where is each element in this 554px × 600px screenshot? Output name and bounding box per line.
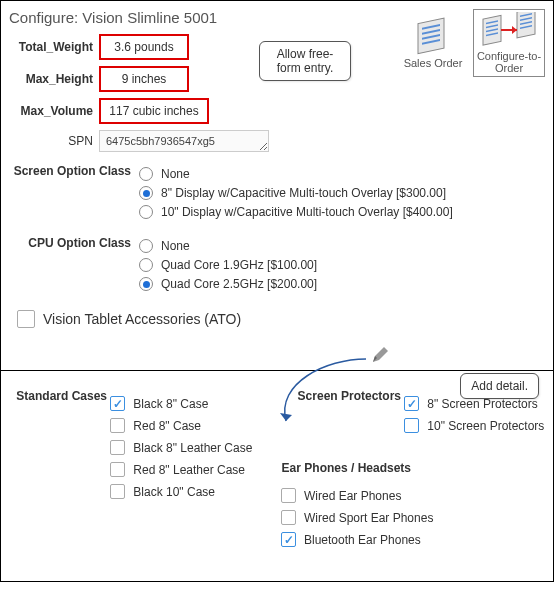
ear-phones-item-label: Bluetooth Ear Phones	[304, 533, 421, 547]
max-height-label: Max_Height	[9, 72, 99, 86]
total-weight-label: Total_Weight	[9, 40, 99, 54]
max-volume-input[interactable]: 117 cubic inches	[99, 98, 209, 124]
screen-protectors-item-label: 10" Screen Protectors	[427, 419, 544, 433]
cpu-option-option-label: None	[161, 239, 190, 253]
standard-cases-checkbox-4[interactable]	[110, 484, 125, 499]
ear-phones-item-label: Wired Ear Phones	[304, 489, 401, 503]
standard-cases-item-label: Black 8" Leather Case	[133, 441, 252, 455]
max-volume-label: Max_Volume	[9, 104, 99, 118]
standard-cases-item-label: Red 8" Leather Case	[133, 463, 245, 477]
cpu-option-option-label: Quad Core 2.5GHz [$200.00]	[161, 277, 317, 291]
screen-option-radio-1[interactable]	[139, 186, 153, 200]
ear-phones-checkbox-1[interactable]	[281, 510, 296, 525]
standard-cases-checkbox-1[interactable]	[110, 418, 125, 433]
ear-phones-label: Ear Phones / Headsets	[281, 461, 411, 475]
screen-protectors-checkbox-0[interactable]	[404, 396, 419, 411]
screen-protectors-label: Screen Protectors	[281, 389, 401, 403]
ear-phones-item-label: Wired Sport Ear Phones	[304, 511, 433, 525]
standard-cases-checkbox-2[interactable]	[110, 440, 125, 455]
screen-option-radio-2[interactable]	[139, 205, 153, 219]
standard-cases-item-label: Black 10" Case	[133, 485, 215, 499]
spn-input[interactable]: 6475c5bh7936547xg5	[99, 130, 269, 152]
svg-rect-10	[517, 12, 535, 38]
ear-phones-checkbox-2[interactable]	[281, 532, 296, 547]
screen-protectors-checkbox-1[interactable]	[404, 418, 419, 433]
configure-to-order-icon[interactable]: Configure-to-Order	[473, 9, 545, 77]
ato-label: Vision Tablet Accessories (ATO)	[43, 311, 241, 327]
screen-option-option-label: 10" Display w/Capacitive Multi-touch Ove…	[161, 205, 453, 219]
cpu-option-radio-1[interactable]	[139, 258, 153, 272]
screen-option-radio-0[interactable]	[139, 167, 153, 181]
sales-order-icon[interactable]: Sales Order	[403, 15, 463, 69]
page-title: Configure: Vision Slimline 5001	[9, 9, 545, 26]
cpu-option-radio-2[interactable]	[139, 277, 153, 291]
pencil-icon[interactable]	[371, 346, 389, 367]
screen-option-option-label: None	[161, 167, 190, 181]
total-weight-input[interactable]: 3.6 pounds	[99, 34, 189, 60]
cpu-option-label: CPU Option Class	[9, 234, 139, 296]
ear-phones-checkbox-0[interactable]	[281, 488, 296, 503]
spn-label: SPN	[9, 134, 99, 148]
screen-option-label: Screen Option Class	[9, 162, 139, 224]
standard-cases-checkbox-3[interactable]	[110, 462, 125, 477]
standard-cases-item-label: Red 8" Case	[133, 419, 201, 433]
sales-order-label: Sales Order	[404, 57, 463, 69]
max-height-input[interactable]: 9 inches	[99, 66, 189, 92]
cpu-option-option-label: Quad Core 1.9GHz [$100.00]	[161, 258, 317, 272]
callout-freeform: Allow free-form entry.	[259, 41, 351, 81]
standard-cases-checkbox-0[interactable]	[110, 396, 125, 411]
standard-cases-item-label: Black 8" Case	[133, 397, 208, 411]
screen-protectors-item-label: 8" Screen Protectors	[427, 397, 537, 411]
svg-marker-16	[512, 26, 517, 34]
ato-checkbox[interactable]	[17, 310, 35, 328]
configure-to-order-label: Configure-to-Order	[477, 50, 541, 74]
screen-option-option-label: 8" Display w/Capacitive Multi-touch Over…	[161, 186, 446, 200]
cpu-option-radio-0[interactable]	[139, 239, 153, 253]
standard-cases-label: Standard Cases	[7, 389, 107, 403]
